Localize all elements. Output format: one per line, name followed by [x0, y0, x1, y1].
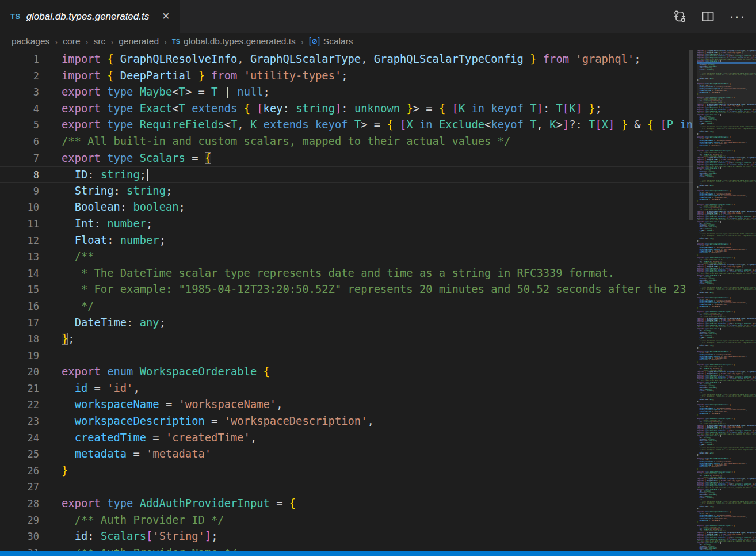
line-number[interactable]: 4 — [0, 101, 39, 117]
code-line[interactable]: 7export type Scalars = { — [0, 150, 693, 167]
code-line[interactable]: 17 DateTime: any; — [0, 315, 693, 332]
code-line[interactable]: 28export type AddAuthProviderInput = { — [0, 496, 693, 512]
typescript-file-icon: TS — [172, 38, 180, 45]
code-line[interactable]: 26} — [0, 463, 693, 479]
code-line[interactable]: 11 Int: number; — [0, 216, 693, 233]
text-cursor — [147, 169, 148, 181]
code-line[interactable]: 20export enum WorkspaceOrderable { — [0, 364, 693, 380]
code-line[interactable]: 4export type Exact<T extends { [key: str… — [0, 101, 693, 117]
code-line[interactable]: 21 id = 'id', — [0, 380, 693, 397]
line-number[interactable]: 23 — [0, 413, 39, 430]
code-line[interactable]: 23 workspaceDescription = 'workspaceDesc… — [0, 413, 693, 430]
line-number[interactable]: 10 — [0, 199, 39, 216]
code-line[interactable]: 2import { DeepPartial } from 'utility-ty… — [0, 68, 693, 85]
breadcrumb-item[interactable]: TSglobal.db.types.generated.ts — [172, 36, 296, 47]
code-line[interactable]: 24 createdTime = 'createdTime', — [0, 430, 693, 447]
line-number[interactable]: 17 — [0, 315, 39, 332]
close-icon[interactable]: ✕ — [162, 12, 170, 21]
code-line[interactable]: 10 Boolean: boolean; — [0, 199, 693, 216]
breadcrumb-item[interactable]: Scalars — [309, 36, 353, 47]
code-line[interactable]: 3export type Maybe<T> = T | null; — [0, 84, 693, 101]
indent-guide — [64, 199, 64, 216]
line-number[interactable]: 7 — [0, 150, 39, 167]
indent-guide — [64, 298, 64, 315]
line-number[interactable]: 1 — [0, 51, 39, 68]
line-number[interactable]: 3 — [0, 84, 39, 101]
indent-guide — [64, 183, 64, 200]
indent-guide — [64, 265, 64, 282]
vertical-scrollbar[interactable] — [689, 50, 693, 220]
indent-guide — [64, 512, 64, 529]
tab-bar: TS global.db.types.generated.ts ✕ — [0, 0, 756, 33]
editor-tab[interactable]: TS global.db.types.generated.ts ✕ — [0, 0, 180, 33]
line-number[interactable]: 15 — [0, 281, 39, 298]
indent-guide — [64, 528, 64, 545]
line-number[interactable]: 16 — [0, 298, 39, 315]
indent-guide — [64, 315, 64, 332]
indent-guide — [64, 413, 64, 430]
code-line[interactable]: 15 * For example: "1985-04-12T23:20:50.5… — [0, 281, 693, 298]
code-line[interactable]: 27 — [0, 479, 693, 496]
line-number[interactable]: 9 — [0, 183, 39, 200]
minimap-line: * For example: "1985-04-12T23:20:50.52Z"… — [697, 74, 756, 76]
line-number[interactable]: 22 — [0, 397, 39, 413]
breadcrumb: packages›core›src›generated›TSglobal.db.… — [0, 33, 756, 50]
line-number[interactable]: 5 — [0, 117, 39, 134]
breadcrumb-label: generated — [119, 36, 159, 47]
breadcrumb-item[interactable]: core — [63, 36, 80, 47]
code-line[interactable]: 5export type RequireFields<T, K extends … — [0, 117, 693, 134]
line-number[interactable]: 14 — [0, 265, 39, 282]
code-line[interactable]: 12 Float: number; — [0, 233, 693, 249]
code-line[interactable]: 25 metadata = 'metadata' — [0, 446, 693, 463]
indent-guide — [64, 281, 64, 298]
line-number[interactable]: 21 — [0, 380, 39, 397]
code-line[interactable]: 16 */ — [0, 298, 693, 315]
breadcrumb-item[interactable]: src — [94, 36, 106, 47]
minimap-line: * For example: "1985-04-12T23:20:50.52Z"… — [697, 128, 756, 130]
line-number[interactable]: 30 — [0, 528, 39, 545]
line-number[interactable]: 12 — [0, 233, 39, 249]
more-actions-icon[interactable]: ··· — [730, 13, 746, 20]
code-line[interactable]: 1import { GraphQLResolveInfo, GraphQLSca… — [0, 51, 693, 68]
code-line[interactable]: 14 * The DateTime scalar type represents… — [0, 265, 693, 282]
code-line[interactable]: 9 String: string; — [0, 183, 693, 200]
line-number[interactable]: 13 — [0, 249, 39, 265]
code-line[interactable]: 29 /** Auth Provider ID */ — [0, 512, 693, 529]
code-line[interactable]: 18}; — [0, 331, 693, 348]
line-number[interactable]: 25 — [0, 446, 39, 463]
line-number[interactable]: 8 — [0, 167, 39, 182]
line-number[interactable]: 26 — [0, 463, 39, 479]
indent-guide — [64, 430, 64, 447]
vscode-window: TS global.db.types.generated.ts ✕ — [0, 0, 756, 556]
line-number[interactable]: 19 — [0, 348, 39, 364]
type-symbol-icon — [309, 37, 320, 46]
line-number[interactable]: 11 — [0, 216, 39, 233]
line-number[interactable]: 20 — [0, 364, 39, 380]
line-number[interactable]: 6 — [0, 134, 39, 150]
line-number[interactable]: 27 — [0, 479, 39, 496]
line-number[interactable]: 18 — [0, 331, 39, 348]
open-changes-icon[interactable] — [673, 10, 686, 23]
split-editor-icon[interactable] — [701, 10, 715, 23]
code-line[interactable]: 6/** All built-in and custom scalars, ma… — [0, 134, 693, 150]
line-number[interactable]: 29 — [0, 512, 39, 529]
minimap-line: * For example: "1985-04-12T23:20:50.52Z"… — [697, 235, 756, 237]
line-number[interactable]: 24 — [0, 430, 39, 447]
code-line[interactable]: 13 /** — [0, 249, 693, 265]
minimap-line: * For example: "1985-04-12T23:20:50.52Z"… — [697, 342, 756, 344]
minimap-line: * For example: "1985-04-12T23:20:50.52Z"… — [697, 181, 756, 183]
breadcrumb-label: global.db.types.generated.ts — [184, 36, 296, 47]
breadcrumb-label: core — [63, 36, 80, 47]
minimap[interactable]: import { GraphQLResolveInfo, GraphQLScal… — [697, 50, 756, 556]
line-number[interactable]: 2 — [0, 68, 39, 85]
line-number[interactable]: 28 — [0, 496, 39, 512]
code-line[interactable]: 8 ID: string; — [0, 166, 693, 183]
indent-guide — [64, 446, 64, 463]
breadcrumb-item[interactable]: generated — [119, 36, 159, 47]
code-editor[interactable]: 1import { GraphQLResolveInfo, GraphQLSca… — [0, 50, 693, 556]
breadcrumb-item[interactable]: packages — [12, 36, 49, 47]
code-line[interactable]: 19 — [0, 348, 693, 364]
code-line[interactable]: 22 workspaceName = 'workspaceName', — [0, 397, 693, 413]
code-line[interactable]: 30 id: Scalars['String']; — [0, 528, 693, 545]
indent-guide — [64, 216, 64, 233]
